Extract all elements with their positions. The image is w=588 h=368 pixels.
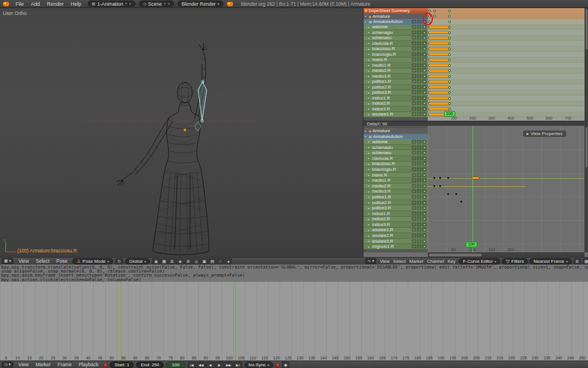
channel-enable-checkbox[interactable]: ✓ [412,151,416,155]
draw-mode-icon[interactable]: ↻ [115,258,123,264]
blender-logo-icon[interactable] [3,2,9,6]
keyframe-bar[interactable] [430,102,450,105]
pivot-orientation-select[interactable]: Global ▾ [125,258,150,264]
scrollbar[interactable] [585,8,588,121]
expand-icon[interactable]: ▸ [368,223,371,226]
expand-icon[interactable]: ▸ [368,47,371,51]
channel-enable-checkbox[interactable]: ✓ [412,112,416,116]
expand-icon[interactable]: ▾ [365,14,368,18]
channel-lock-icon[interactable]: ● [422,107,427,111]
scrollbar-thumb[interactable] [586,127,587,167]
current-frame-field[interactable]: 100 [166,362,185,368]
expand-icon[interactable]: ▸ [368,217,371,221]
channel-enable-checkbox[interactable]: ✓ [412,52,416,56]
channel-mute-icon[interactable]: ♪ [417,233,421,237]
curve-point[interactable] [455,193,457,195]
expand-icon[interactable]: ▸ [368,140,371,143]
channel-lock-icon[interactable]: ● [422,96,427,100]
channel-enable-checkbox[interactable]: ✓ [412,85,416,89]
channel-enable-checkbox[interactable]: ✓ [412,167,416,171]
expand-icon[interactable]: ▸ [368,167,371,171]
keyframe-bar[interactable] [430,70,450,72]
expand-icon[interactable]: ▸ [368,74,371,78]
channel-enable-checkbox[interactable]: ✓ [412,228,416,232]
action-channel-row[interactable]: ▾ ▤ ArmatureAction [363,134,428,140]
channel-lock-icon[interactable]: ● [422,101,427,105]
channel-enable-checkbox[interactable]: ✓ [412,25,416,29]
expand-icon[interactable]: ▸ [368,96,371,99]
filters-button[interactable]: ▽ Filters [502,258,528,264]
scene-select[interactable]: ◎ Scene + × [139,1,174,7]
curve-point[interactable] [447,193,449,195]
keyframe-bar[interactable] [430,64,450,67]
expand-icon[interactable]: ▾ [365,135,368,138]
marker-line[interactable] [121,282,122,361]
menu-item[interactable]: Add [28,1,43,7]
editor-type-select[interactable]: ∿ ▾ [365,258,376,264]
channel-mute-icon[interactable]: ♪ [417,20,421,24]
bone-channel-row[interactable]: ▸ anulare3.R ✓ ♪ ● [363,239,428,244]
editor-type-select[interactable]: ◷ ▾ [2,362,13,367]
channel-enable-checkbox[interactable]: ✓ [412,68,416,72]
channel-enable-checkbox[interactable]: ✓ [412,195,416,199]
channel-lock-icon[interactable]: ● [422,201,427,205]
snap-select[interactable]: Nearest Frame ▾ [529,258,571,264]
toolbar-icon[interactable]: ▤ [208,258,216,264]
expand-icon[interactable]: ▸ [368,195,371,198]
channel-enable-checkbox[interactable]: ✓ [412,36,416,40]
auto-keyframe-record-icon[interactable] [103,363,107,367]
menu-item[interactable]: View [16,258,32,264]
expand-icon[interactable]: ▸ [368,162,371,166]
channel-mute-icon[interactable]: ♪ [417,217,421,221]
bone-channel-row[interactable]: ▸ clavicola.R ✓ ♪ ● [363,41,428,47]
keyframe-bar[interactable] [430,26,450,29]
curve-point[interactable] [439,177,441,179]
channel-enable-checkbox[interactable]: ✓ [412,223,416,227]
toolbar-icon[interactable]: ▦ [160,258,168,264]
curve-point[interactable] [439,185,441,187]
channel-enable-checkbox[interactable]: ✓ [412,79,416,83]
editor-mode-select[interactable]: F-Curve Editor ▾ [459,258,500,264]
info-log[interactable]: bpy.ops.transform.translate(value=(0, 0,… [0,264,588,282]
expand-icon[interactable]: ▸ [368,234,371,237]
channel-lock-icon[interactable]: ● [422,52,427,56]
gear-icon[interactable]: ⚙ [574,258,581,264]
channel-lock-icon[interactable]: ● [422,173,427,177]
channel-lock-icon[interactable]: ● [422,30,427,34]
render-engine-select[interactable]: Blender Render ▾ [177,1,223,7]
channel-mute-icon[interactable]: ♪ [417,90,421,94]
keyframe-bar[interactable] [430,59,450,62]
keyframe-bar[interactable] [430,37,450,40]
channel-enable-checkbox[interactable]: ✓ [412,140,416,144]
transport-button[interactable]: ◀◀ [197,362,206,368]
keying-set-icon[interactable]: ◆ [282,362,289,368]
channel-enable-checkbox[interactable]: ✓ [412,107,416,111]
channel-enable-checkbox[interactable]: ✓ [412,101,416,105]
bone-channel-row[interactable]: ▸ indice1.R ✓ ♪ ● [363,95,428,101]
channel-mute-icon[interactable]: ♪ [417,85,421,89]
channel-enable-checkbox[interactable]: ✓ [412,239,416,243]
keyframe-bar[interactable] [430,97,450,99]
bone-channel-row[interactable]: ▸ clavicola.R ✓ ♪ ● [363,156,428,162]
channel-mute-icon[interactable]: ♪ [417,57,421,62]
channel-mute-icon[interactable]: ♪ [417,244,421,248]
channel-mute-icon[interactable]: ♪ [417,201,421,205]
object-channel-row[interactable]: ▾ ◆ Armature [363,128,428,134]
channel-enable-checkbox[interactable]: ✓ [412,30,416,34]
channel-enable-checkbox[interactable]: ✓ [412,156,416,160]
expand-icon[interactable]: ▸ [368,212,371,215]
expand-icon[interactable]: ▸ [368,184,371,187]
scrollbar[interactable] [585,126,588,252]
keyframe-bar[interactable] [430,75,450,78]
expand-icon[interactable]: ▸ [368,36,371,40]
channel-enable-checkbox[interactable]: ✓ [412,74,416,78]
transport-button[interactable]: ◀ [206,362,215,368]
channel-lock-icon[interactable]: ● [422,57,427,62]
bone-channel-row[interactable]: ▸ bracciosu.R ✓ ♪ ● [363,47,428,52]
expand-icon[interactable]: ▾ [365,129,368,133]
channel-mute-icon[interactable]: ♪ [417,184,421,188]
channel-mute-icon[interactable]: ♪ [417,189,421,193]
mode-select[interactable]: ♙ Pose Mode ▾ [72,258,113,264]
channel-enable-checkbox[interactable]: ✓ [412,41,416,45]
keyframe-bar[interactable] [430,91,450,94]
